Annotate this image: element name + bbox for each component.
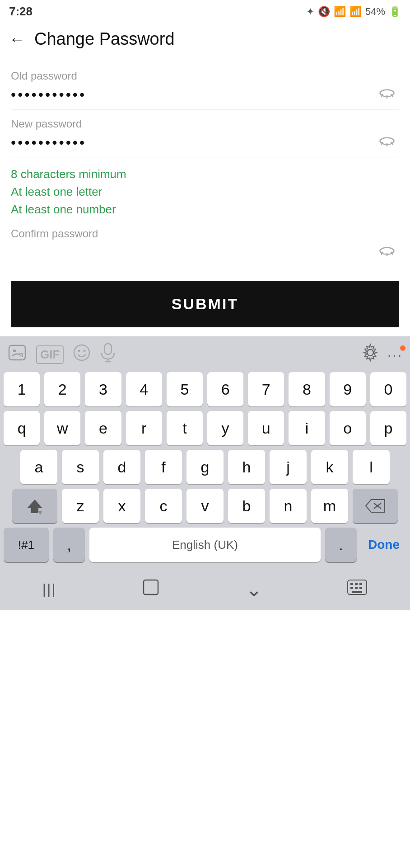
key-0[interactable]: 0	[370, 372, 406, 406]
svg-rect-14	[104, 344, 112, 354]
submit-button[interactable]: SUBMIT	[11, 281, 399, 327]
number-row: 1 2 3 4 5 6 7 8 9 0	[4, 372, 406, 406]
row-2: a s d f g h j k l	[4, 450, 406, 484]
eye-closed-icon-3	[378, 245, 396, 257]
new-password-toggle[interactable]	[375, 133, 399, 152]
status-bar: 7:28 ✦ 🔇 📶 📶 54% 🔋	[0, 0, 410, 21]
confirm-password-input[interactable]	[11, 244, 375, 261]
svg-rect-26	[359, 583, 362, 585]
hint-chars: 8 characters minimum	[11, 165, 399, 183]
key-f[interactable]: f	[145, 450, 182, 484]
key-q[interactable]: q	[4, 411, 40, 445]
row-3: z x c v b n m	[4, 489, 406, 523]
old-password-toggle[interactable]	[375, 85, 399, 104]
comma-key[interactable]: ,	[53, 528, 85, 562]
confirm-password-group: Confirm password	[11, 227, 399, 267]
key-g[interactable]: g	[186, 450, 224, 484]
done-key[interactable]: Done	[361, 528, 406, 562]
key-4[interactable]: 4	[126, 372, 162, 406]
key-w[interactable]: w	[44, 411, 80, 445]
svg-point-10	[13, 349, 16, 352]
key-s[interactable]: s	[62, 450, 99, 484]
page-title: Change Password	[34, 29, 175, 49]
new-password-label: New password	[11, 118, 399, 130]
key-o[interactable]: o	[330, 411, 366, 445]
settings-icon[interactable]	[360, 343, 380, 367]
mute-icon: 🔇	[318, 6, 330, 18]
svg-point-17	[367, 349, 373, 356]
key-h[interactable]: h	[228, 450, 265, 484]
key-3[interactable]: 3	[85, 372, 121, 406]
new-password-input[interactable]	[11, 134, 375, 151]
key-a[interactable]: a	[20, 450, 57, 484]
key-l[interactable]: l	[353, 450, 390, 484]
old-password-group: Old password	[11, 70, 399, 109]
svg-rect-29	[355, 587, 358, 589]
key-n[interactable]: n	[270, 489, 307, 523]
svg-rect-32	[352, 591, 362, 593]
key-r[interactable]: r	[126, 411, 162, 445]
eye-closed-icon	[378, 87, 396, 99]
hint-letter: At least one letter	[11, 183, 399, 201]
key-p[interactable]: p	[370, 411, 406, 445]
key-1[interactable]: 1	[4, 372, 40, 406]
notification-dot	[400, 345, 405, 351]
key-6[interactable]: 6	[207, 372, 243, 406]
validation-hints: 8 characters minimum At least one letter…	[11, 165, 399, 218]
wifi-icon: 📶	[334, 6, 346, 18]
nav-back-button[interactable]: |||	[42, 581, 56, 598]
svg-point-11	[74, 345, 89, 360]
svg-rect-28	[350, 587, 353, 589]
key-v[interactable]: v	[186, 489, 224, 523]
key-7[interactable]: 7	[248, 372, 284, 406]
nav-down-button[interactable]: ⌄	[246, 578, 262, 601]
key-t[interactable]: t	[167, 411, 203, 445]
key-z[interactable]: z	[62, 489, 99, 523]
key-d[interactable]: d	[103, 450, 140, 484]
key-8[interactable]: 8	[289, 372, 325, 406]
key-j[interactable]: j	[270, 450, 307, 484]
key-x[interactable]: x	[103, 489, 140, 523]
app-bar: ← Change Password	[0, 21, 410, 57]
key-5[interactable]: 5	[167, 372, 203, 406]
nav-bar: ||| ⌄	[0, 570, 410, 610]
key-9[interactable]: 9	[330, 372, 366, 406]
svg-marker-19	[38, 511, 42, 515]
sticker-icon[interactable]	[7, 344, 27, 366]
svg-rect-30	[359, 587, 362, 589]
key-y[interactable]: y	[207, 411, 243, 445]
mic-icon[interactable]	[100, 343, 116, 367]
back-button[interactable]: ←	[9, 30, 25, 49]
hint-number: At least one number	[11, 201, 399, 218]
new-password-group: New password	[11, 118, 399, 157]
confirm-password-toggle[interactable]	[375, 243, 399, 262]
key-b[interactable]: b	[228, 489, 265, 523]
key-u[interactable]: u	[248, 411, 284, 445]
nav-home-button[interactable]	[141, 577, 161, 601]
svg-rect-9	[9, 345, 25, 360]
symbols-key[interactable]: !#1	[4, 528, 49, 562]
key-2[interactable]: 2	[44, 372, 80, 406]
key-m[interactable]: m	[311, 489, 348, 523]
keyboard: GIF ··	[0, 336, 410, 610]
gif-icon[interactable]: GIF	[36, 345, 64, 364]
key-c[interactable]: c	[145, 489, 182, 523]
old-password-row	[11, 85, 399, 109]
backspace-key[interactable]	[353, 489, 398, 523]
bluetooth-icon: ✦	[306, 6, 314, 18]
keyboard-keys: 1 2 3 4 5 6 7 8 9 0 q w e r t y u i o p …	[0, 370, 410, 570]
space-key[interactable]: English (UK)	[89, 528, 321, 562]
form-container: Old password New password	[0, 57, 410, 336]
period-key[interactable]: .	[325, 528, 357, 562]
key-e[interactable]: e	[85, 411, 121, 445]
bottom-row: !#1 , English (UK) . Done	[4, 528, 406, 562]
emoji-icon[interactable]	[73, 344, 91, 366]
old-password-input[interactable]	[11, 86, 375, 103]
eye-closed-icon-2	[378, 135, 396, 147]
shift-key[interactable]	[12, 489, 57, 523]
nav-keyboard-button[interactable]	[347, 579, 368, 599]
battery-icon: 🔋	[389, 6, 401, 18]
key-k[interactable]: k	[311, 450, 348, 484]
key-i[interactable]: i	[289, 411, 325, 445]
svg-rect-25	[355, 583, 358, 585]
